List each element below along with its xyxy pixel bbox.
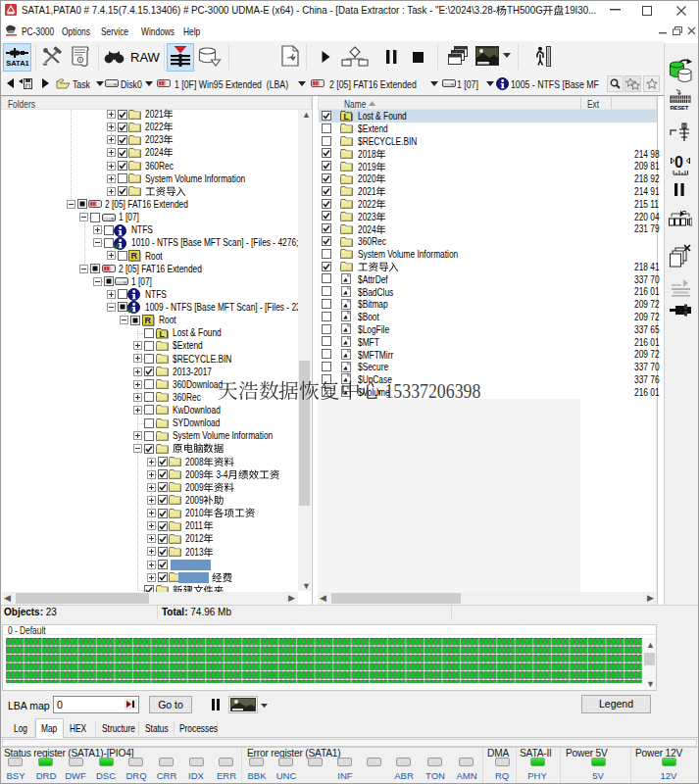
svg-text:R: R xyxy=(131,251,138,261)
svg-text:R: R xyxy=(144,316,151,325)
svg-text:RESET: RESET xyxy=(671,105,689,111)
svg-text:L: L xyxy=(343,112,348,122)
svg-text:L: L xyxy=(159,329,164,339)
svg-text:0: 0 xyxy=(674,154,683,171)
